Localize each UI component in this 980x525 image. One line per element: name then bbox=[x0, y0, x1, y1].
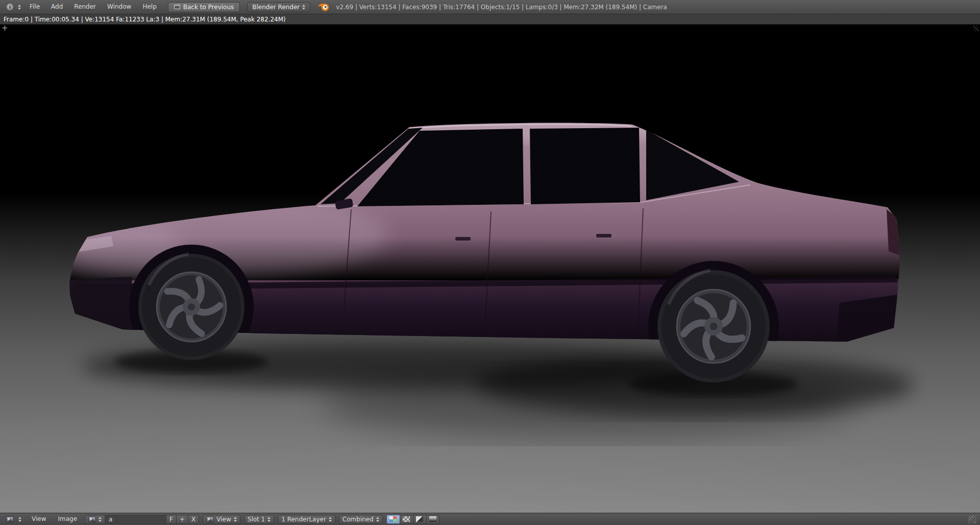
blender-window: i File Add Render Window Help Back to Pr… bbox=[0, 0, 980, 525]
render-viewport: + bbox=[0, 25, 980, 513]
editor-mode-dropdown[interactable]: View bbox=[203, 515, 240, 524]
alpha-icon bbox=[416, 516, 423, 522]
display-channels-group bbox=[386, 515, 439, 524]
image-datablock-group: a F + X bbox=[85, 515, 199, 524]
image-editor-header: View Image a F + X View Slot 1 1 RenderL… bbox=[0, 513, 980, 525]
view-mode-icon bbox=[206, 516, 214, 522]
menu-add[interactable]: Add bbox=[46, 0, 68, 14]
area-corner-grip-top[interactable] bbox=[973, 26, 979, 31]
info-header: i File Add Render Window Help Back to Pr… bbox=[0, 0, 980, 14]
render-slot-label: Slot 1 bbox=[248, 516, 265, 523]
back-to-previous-label: Back to Previous bbox=[183, 4, 234, 11]
blender-logo-icon bbox=[317, 2, 330, 12]
zdepth-icon bbox=[429, 516, 436, 522]
fake-user-button[interactable]: F bbox=[166, 515, 176, 524]
menu-view[interactable]: View bbox=[28, 513, 50, 525]
area-resize-grip[interactable] bbox=[968, 515, 976, 523]
render-pass-dropdown[interactable]: Combined bbox=[339, 515, 383, 524]
rear-door-handle bbox=[596, 234, 611, 237]
channel-rgba-toggle[interactable] bbox=[386, 515, 400, 524]
editor-mode-label: View bbox=[216, 516, 231, 523]
updown-arrows-icon bbox=[18, 5, 21, 10]
editor-type-button[interactable] bbox=[4, 514, 24, 524]
menu-render[interactable]: Render bbox=[69, 0, 101, 14]
render-info-bar: Frame:0 | Time:00:05.34 | Ve:13154 Fa:11… bbox=[0, 14, 980, 25]
render-result-image bbox=[0, 25, 980, 513]
menu-window[interactable]: Window bbox=[102, 0, 136, 14]
rear-wheel bbox=[657, 270, 770, 383]
render-layer-label: 1 RenderLayer bbox=[281, 516, 326, 523]
region-expand-icon[interactable]: + bbox=[2, 25, 8, 32]
render-slot-dropdown[interactable]: Slot 1 bbox=[244, 515, 274, 524]
unlink-image-button[interactable]: X bbox=[188, 515, 199, 524]
updown-arrows-icon bbox=[329, 517, 332, 522]
menu-image[interactable]: Image bbox=[54, 513, 81, 525]
front-wheel bbox=[138, 254, 244, 360]
front-door-handle bbox=[455, 237, 471, 241]
back-to-previous-button[interactable]: Back to Previous bbox=[168, 2, 240, 12]
render-engine-label: Blender Render bbox=[252, 4, 300, 11]
updown-arrows-icon bbox=[267, 517, 271, 522]
updown-arrows-icon bbox=[302, 5, 305, 10]
render-layer-dropdown[interactable]: 1 RenderLayer bbox=[278, 515, 335, 524]
new-image-button[interactable]: + bbox=[176, 515, 188, 524]
image-name-field[interactable]: a bbox=[105, 515, 166, 524]
channel-rgb-toggle[interactable] bbox=[400, 515, 413, 524]
info-editor-icon: i bbox=[7, 4, 13, 10]
scene-stats-text: v2.69 | Verts:13154 | Faces:9039 | Tris:… bbox=[336, 4, 667, 11]
render-stats-text: Frame:0 | Time:00:05.34 | Ve:13154 Fa:11… bbox=[4, 16, 286, 23]
render-pass-label: Combined bbox=[342, 516, 374, 523]
editor-type-button[interactable]: i bbox=[4, 2, 23, 12]
image-icon bbox=[88, 516, 96, 522]
render-engine-dropdown[interactable]: Blender Render bbox=[247, 2, 310, 12]
image-editor-icon bbox=[6, 516, 14, 522]
updown-arrows-icon bbox=[234, 517, 237, 522]
menu-help[interactable]: Help bbox=[137, 0, 161, 14]
channel-zdepth-toggle[interactable] bbox=[426, 515, 439, 524]
channel-alpha-toggle[interactable] bbox=[413, 515, 426, 524]
rgb-checker-icon bbox=[403, 516, 410, 522]
updown-arrows-icon bbox=[376, 517, 379, 522]
updown-arrows-icon bbox=[99, 517, 102, 522]
browse-image-button[interactable] bbox=[85, 515, 105, 524]
rear-door-window bbox=[530, 128, 640, 204]
window-icon bbox=[174, 5, 180, 9]
rgba-checker-icon bbox=[389, 516, 397, 522]
updown-arrows-icon bbox=[18, 517, 21, 522]
menu-file[interactable]: File bbox=[24, 0, 45, 14]
